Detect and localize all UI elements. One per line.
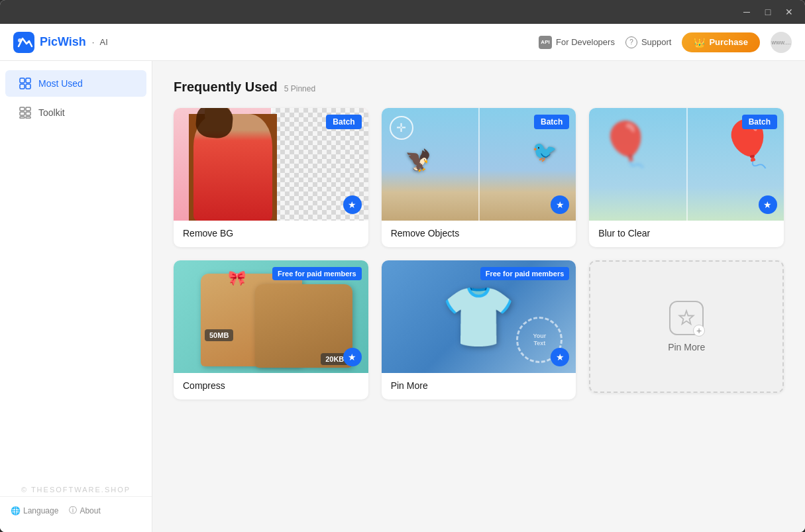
tool-thumb-remove-objects: 🦅 🐦 ✛ Batch ★: [382, 108, 576, 221]
lasso-icon: ✛: [390, 116, 413, 140]
svg-rect-11: [26, 117, 30, 119]
compress-pin[interactable]: ★: [343, 348, 362, 366]
about-label: About: [80, 506, 100, 515]
logo[interactable]: PicWish·AI: [13, 32, 108, 53]
svg-rect-4: [20, 84, 25, 89]
svg-rect-5: [26, 84, 30, 89]
for-developers-link[interactable]: API For Developers: [539, 36, 615, 49]
most-used-icon: [19, 77, 32, 90]
about-link[interactable]: ⓘ About: [69, 505, 100, 516]
section-header: Frequently Used 5 Pinned: [174, 80, 784, 95]
logo-separator: ·: [92, 37, 95, 47]
user-text: www....: [771, 39, 790, 46]
sidebar-toolkit-label: Toolkit: [38, 107, 65, 118]
info-icon: ⓘ: [69, 505, 77, 516]
header: PicWish·AI API For Developers ? Support …: [0, 24, 805, 61]
for-developers-label: For Developers: [556, 37, 615, 47]
tool-card-remove-bg[interactable]: Batch ★ Remove BG: [174, 108, 368, 247]
blur-to-clear-batch-badge: Batch: [742, 115, 777, 129]
tool-thumb-compress: 🎀 50MB 20KB Free for paid members ★: [174, 260, 368, 373]
tool-card-remove-objects[interactable]: 🦅 🐦 ✛ Batch ★ Remove Objects: [382, 108, 576, 247]
support-link[interactable]: ? Support: [625, 36, 672, 48]
minimize-button[interactable]: ─: [739, 4, 755, 20]
sidebar: Most Used Toolkit: [0, 61, 152, 532]
svg-rect-0: [13, 32, 34, 53]
plus-icon: +: [693, 325, 705, 337]
tool-info-remove-bg: Remove BG: [174, 221, 368, 247]
tool-name-blur-to-clear: Blur to Clear: [598, 228, 650, 239]
tool-thumb-remove-bg: Batch ★: [174, 108, 368, 221]
pin-more-label: Pin More: [668, 342, 705, 352]
tool-card-pin-more[interactable]: + Pin More: [589, 260, 784, 393]
app-content: PicWish·AI API For Developers ? Support …: [0, 24, 805, 532]
main-content: Frequently Used 5 Pinned: [152, 61, 805, 532]
crown-icon: 👑: [694, 37, 705, 48]
svg-point-1: [18, 38, 22, 42]
remove-bg-pin[interactable]: ★: [343, 195, 362, 214]
blur-to-clear-pin[interactable]: ★: [759, 195, 777, 214]
tool-name-compress: Compress: [183, 380, 225, 391]
remove-objects-batch-badge: Batch: [534, 115, 569, 129]
tool-card-compress[interactable]: 🎀 50MB 20KB Free for paid members ★ Comp…: [174, 260, 368, 399]
tools-grid: Batch ★ Remove BG 🦅: [174, 108, 784, 399]
logo-icon: [13, 32, 34, 53]
tool-thumb-blur-to-clear: 🎈 🎈 Batch ★: [589, 108, 784, 221]
sidebar-most-used-label: Most Used: [38, 78, 83, 89]
maximize-button[interactable]: □: [760, 4, 776, 20]
title-bar: ─ □ ✕: [0, 0, 805, 24]
svg-rect-2: [20, 78, 25, 83]
blur-to-clear-divider: [686, 108, 688, 221]
pinned-badge: 5 Pinned: [284, 84, 315, 93]
tool-card-blur-to-clear[interactable]: 🎈 🎈 Batch ★ Blur to Clear: [589, 108, 784, 247]
tool-info-add-watermark: Pin More: [382, 373, 576, 399]
close-button[interactable]: ✕: [781, 4, 797, 20]
svg-rect-6: [20, 107, 25, 111]
watermark: © THESOFTWARE.SHOP: [0, 483, 152, 496]
app-window: ─ □ ✕ PicWish·AI API For Developers: [0, 0, 805, 532]
tool-name-remove-bg: Remove BG: [183, 228, 233, 239]
title-bar-controls: ─ □ ✕: [739, 4, 797, 20]
pin-more-icon: +: [669, 301, 704, 335]
toolkit-icon: [19, 106, 32, 119]
sidebar-item-most-used[interactable]: Most Used: [5, 70, 146, 97]
svg-rect-3: [26, 78, 30, 83]
purchase-label: Purchase: [709, 37, 748, 47]
svg-rect-10: [20, 117, 25, 119]
header-actions: API For Developers ? Support 👑 Purchase …: [539, 32, 792, 53]
svg-rect-9: [26, 112, 30, 115]
sidebar-item-toolkit[interactable]: Toolkit: [5, 99, 146, 126]
section-title: Frequently Used: [174, 80, 278, 95]
globe-icon: 🌐: [11, 506, 21, 515]
user-avatar[interactable]: www....: [771, 32, 792, 53]
logo-ai: AI: [99, 37, 107, 47]
svg-rect-8: [20, 112, 25, 115]
watermark-free-badge: Free for paid members: [480, 267, 570, 280]
purchase-button[interactable]: 👑 Purchase: [682, 32, 760, 52]
svg-rect-7: [26, 107, 30, 111]
logo-text: PicWish: [40, 35, 86, 49]
tool-name-add-watermark: Pin More: [391, 380, 428, 391]
tool-info-blur-to-clear: Blur to Clear: [589, 221, 784, 247]
sidebar-footer: 🌐 Language ⓘ About: [0, 496, 152, 524]
remove-bg-batch-badge: Batch: [326, 115, 361, 129]
tool-name-remove-objects: Remove Objects: [391, 228, 459, 239]
tool-info-remove-objects: Remove Objects: [382, 221, 576, 247]
compress-free-badge: Free for paid members: [272, 267, 362, 280]
support-icon: ?: [625, 36, 637, 48]
language-label: Language: [23, 506, 58, 515]
api-icon: API: [539, 36, 552, 49]
tool-info-compress: Compress: [174, 373, 368, 399]
body-layout: Most Used Toolkit: [0, 61, 805, 532]
tool-card-add-watermark[interactable]: 👕 Your Text Free for paid members ★: [382, 260, 576, 399]
tool-thumb-add-watermark: 👕 Your Text Free for paid members ★: [382, 260, 576, 373]
support-label: Support: [641, 37, 672, 47]
size-badge-50mb: 50MB: [205, 329, 233, 341]
remove-objects-divider: [478, 108, 480, 221]
language-link[interactable]: 🌐 Language: [11, 505, 58, 516]
